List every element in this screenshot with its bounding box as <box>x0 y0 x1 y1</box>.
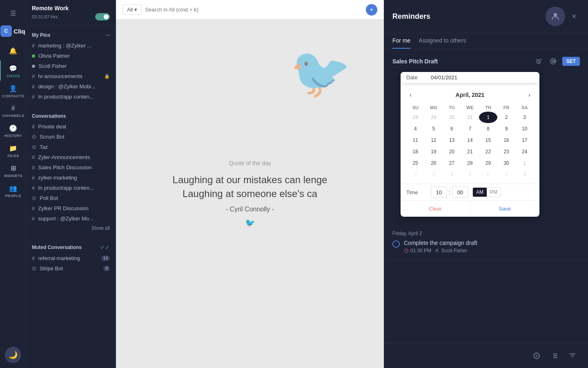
calendar-day[interactable]: 31 <box>461 112 479 123</box>
check-toolbar-button[interactable] <box>529 348 544 363</box>
calendar-day[interactable]: 24 <box>515 146 534 157</box>
calendar-day[interactable]: 4 <box>443 169 461 180</box>
workspace-toggle[interactable] <box>95 13 110 20</box>
conv-private-deal[interactable]: # Private deal <box>26 121 116 132</box>
calendar-day[interactable]: 20 <box>443 146 461 157</box>
calendar-day[interactable]: 1 <box>515 157 534 169</box>
calendar-day[interactable]: 26 <box>425 157 443 169</box>
add-button[interactable]: + <box>366 4 377 16</box>
time-colon: : <box>448 189 451 195</box>
conv-taz[interactable]: ⊙ Taz <box>26 142 116 152</box>
muted-stripe-bot[interactable]: ⊙ Stripe Bot 8 <box>26 263 116 274</box>
calendar-day[interactable]: 5 <box>425 123 443 135</box>
calendar-day[interactable]: 27 <box>443 157 461 169</box>
date-field-value[interactable]: 04/01/2021 <box>431 74 534 81</box>
alarm-icon-button[interactable] <box>533 56 544 67</box>
pin-marketing[interactable]: # marketing : @Zylker ... <box>26 40 116 51</box>
conv-zylker-pr[interactable]: # Zylker PR Discussion <box>26 203 116 213</box>
list-toolbar-button[interactable] <box>547 348 562 363</box>
nav-item-files[interactable]: 📁 FILES <box>0 140 26 160</box>
mention-icon-button[interactable] <box>548 56 559 67</box>
calendar-day[interactable]: 30 <box>497 157 516 169</box>
user-avatar[interactable]: 🌙 <box>5 347 21 363</box>
calendar-day[interactable]: 25 <box>406 157 425 169</box>
save-button[interactable]: Save <box>470 201 540 217</box>
calendar-day[interactable]: 13 <box>443 135 461 146</box>
conv-zylker-marketing[interactable]: # zylker-marketing <box>26 173 116 183</box>
conv-zyler-announcements[interactable]: # Zyler-Announcements <box>26 152 116 162</box>
people-icon: 👥 <box>9 184 18 192</box>
pm-button[interactable]: PM <box>487 188 501 197</box>
notification-icon[interactable]: 🔔 <box>5 43 21 59</box>
am-button[interactable]: AM <box>473 188 487 197</box>
calendar-day[interactable]: 16 <box>497 135 516 146</box>
tab-for-me[interactable]: For me <box>392 33 410 49</box>
calendar-day[interactable]: 8 <box>479 123 497 135</box>
calendar-day[interactable]: 6 <box>443 123 461 135</box>
calendar-day[interactable]: 23 <box>497 146 516 157</box>
calendar-day[interactable]: 2 <box>497 112 516 123</box>
time-minutes-input[interactable] <box>452 186 468 198</box>
nav-item-widgets[interactable]: ⊞ WIDGETS <box>0 160 26 180</box>
calendar-day[interactable]: 29 <box>425 112 443 123</box>
close-button[interactable]: × <box>568 11 580 22</box>
calendar-day[interactable]: 7 <box>461 123 479 135</box>
calendar-day[interactable]: 8 <box>515 169 534 180</box>
calendar-day[interactable]: 15 <box>479 135 497 146</box>
calendar-day[interactable]: 11 <box>406 135 425 146</box>
calendar-day[interactable]: 28 <box>406 112 425 123</box>
set-button[interactable]: SET <box>562 57 580 66</box>
calendar-day[interactable]: 5 <box>461 169 479 180</box>
calendar-day[interactable]: 2 <box>406 169 425 180</box>
nav-item-chats[interactable]: 💬 CHATS <box>0 61 26 81</box>
nav-item-channels[interactable]: # CHANNELS <box>0 101 26 120</box>
reminder-edit-row: Sales Pitch Draft SET <box>392 56 580 67</box>
nav-item-contacts[interactable]: 👤 CONTACTS <box>0 81 26 101</box>
pin-product[interactable]: # In product/app conten... <box>26 92 116 102</box>
calendar-day[interactable]: 21 <box>461 146 479 157</box>
search-dropdown[interactable]: All ▾ <box>122 4 142 15</box>
conv-sales-pitch[interactable]: # Sales Pitch Discussion <box>26 162 116 173</box>
radio-button-april2[interactable] <box>392 240 400 248</box>
next-month-button[interactable]: › <box>525 90 534 100</box>
conv-in-product[interactable]: # In product/app conten... <box>26 183 116 193</box>
conv-support[interactable]: # support : @Zylker Mo... <box>26 213 116 224</box>
calendar-day[interactable]: 4 <box>406 123 425 135</box>
calendar-day[interactable]: 9 <box>497 123 516 135</box>
search-input[interactable] <box>145 7 363 13</box>
calendar-day[interactable]: 18 <box>406 146 425 157</box>
calendar-day[interactable]: 3 <box>425 169 443 180</box>
calendar-day[interactable]: 12 <box>425 135 443 146</box>
show-all-link[interactable]: Show all <box>26 224 116 233</box>
calendar-day[interactable]: 17 <box>515 135 534 146</box>
time-hours-input[interactable] <box>431 186 447 198</box>
nav-item-history[interactable]: 🕐 HISTORY <box>0 120 26 140</box>
calendar-day[interactable]: 29 <box>479 157 497 169</box>
calendar-day[interactable]: 10 <box>515 123 534 135</box>
conv-poll-bot[interactable]: ⊙ Poll Bot <box>26 193 116 203</box>
hamburger-button[interactable]: ☰ <box>5 5 21 21</box>
pin-design[interactable]: # design : @Zylker Mobi... <box>26 81 116 92</box>
nav-item-people[interactable]: 👥 PEOPLE <box>0 180 26 200</box>
pin-hr[interactable]: # hr-announcements 🔒 <box>26 71 116 81</box>
pin-scott[interactable]: Scott Fisher <box>26 61 116 71</box>
calendar-day[interactable]: 7 <box>497 169 516 180</box>
badge-referral: 14 <box>101 256 110 261</box>
pin-olivia[interactable]: Olivia Palmer <box>26 51 116 61</box>
muted-referral[interactable]: # referral-marketing 14 <box>26 253 116 263</box>
calendar-day[interactable]: 1 <box>479 112 497 123</box>
reminder-item-april2: Friday, April 2 Complete the campaign dr… <box>384 224 588 260</box>
filter-toolbar-button[interactable] <box>565 348 580 363</box>
calendar-day[interactable]: 30 <box>443 112 461 123</box>
prev-month-button[interactable]: ‹ <box>406 90 415 100</box>
calendar-day[interactable]: 6 <box>479 169 497 180</box>
my-pins-more-icon[interactable]: ··· <box>106 32 110 38</box>
tab-assigned[interactable]: Assigned to others <box>419 33 466 49</box>
calendar-day[interactable]: 22 <box>479 146 497 157</box>
calendar-day[interactable]: 3 <box>515 112 534 123</box>
calendar-day[interactable]: 14 <box>461 135 479 146</box>
calendar-day[interactable]: 19 <box>425 146 443 157</box>
clear-button[interactable]: Clear <box>401 201 470 217</box>
calendar-day[interactable]: 28 <box>461 157 479 169</box>
conv-scrum-bot[interactable]: ⊙ Scrum Bot <box>26 132 116 142</box>
